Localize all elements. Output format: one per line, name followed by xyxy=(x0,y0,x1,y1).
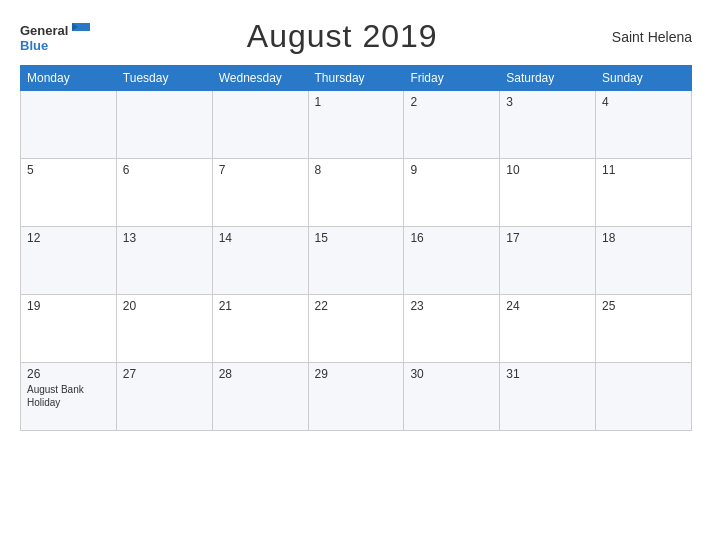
day-number: 27 xyxy=(123,367,206,381)
calendar-cell: 16 xyxy=(404,227,500,295)
calendar-cell: 7 xyxy=(212,159,308,227)
calendar-week-row: 26August Bank Holiday2728293031 xyxy=(21,363,692,431)
header-saturday: Saturday xyxy=(500,66,596,91)
header-row: General Blue August 2019 Saint Helena xyxy=(20,18,692,55)
day-number: 18 xyxy=(602,231,685,245)
calendar-cell: 6 xyxy=(116,159,212,227)
calendar-cell: 5 xyxy=(21,159,117,227)
calendar-cell xyxy=(212,91,308,159)
region-label: Saint Helena xyxy=(592,29,692,45)
day-number: 13 xyxy=(123,231,206,245)
calendar-cell: 13 xyxy=(116,227,212,295)
calendar-week-row: 19202122232425 xyxy=(21,295,692,363)
header-friday: Friday xyxy=(404,66,500,91)
calendar-cell: 3 xyxy=(500,91,596,159)
logo-blue-text: Blue xyxy=(20,39,48,52)
calendar-cell: 20 xyxy=(116,295,212,363)
calendar-cell xyxy=(21,91,117,159)
calendar-cell: 1 xyxy=(308,91,404,159)
day-number: 9 xyxy=(410,163,493,177)
calendar-cell: 9 xyxy=(404,159,500,227)
logo-general-text: General xyxy=(20,24,68,37)
calendar-cell: 24 xyxy=(500,295,596,363)
logo-flag-icon xyxy=(70,21,92,39)
calendar-cell: 8 xyxy=(308,159,404,227)
day-number: 21 xyxy=(219,299,302,313)
header-sunday: Sunday xyxy=(596,66,692,91)
day-number: 2 xyxy=(410,95,493,109)
header-tuesday: Tuesday xyxy=(116,66,212,91)
calendar-cell: 17 xyxy=(500,227,596,295)
calendar-cell: 27 xyxy=(116,363,212,431)
calendar-week-row: 1234 xyxy=(21,91,692,159)
calendar-cell: 21 xyxy=(212,295,308,363)
calendar-cell: 19 xyxy=(21,295,117,363)
day-number: 20 xyxy=(123,299,206,313)
month-title: August 2019 xyxy=(92,18,592,55)
day-number: 19 xyxy=(27,299,110,313)
calendar-cell: 15 xyxy=(308,227,404,295)
day-number: 25 xyxy=(602,299,685,313)
logo: General Blue xyxy=(20,21,92,52)
calendar-cell: 22 xyxy=(308,295,404,363)
day-number: 23 xyxy=(410,299,493,313)
header-wednesday: Wednesday xyxy=(212,66,308,91)
weekday-header-row: Monday Tuesday Wednesday Thursday Friday… xyxy=(21,66,692,91)
header-monday: Monday xyxy=(21,66,117,91)
day-number: 29 xyxy=(315,367,398,381)
day-number: 15 xyxy=(315,231,398,245)
calendar-cell: 18 xyxy=(596,227,692,295)
calendar-week-row: 12131415161718 xyxy=(21,227,692,295)
calendar-cell: 2 xyxy=(404,91,500,159)
day-number: 16 xyxy=(410,231,493,245)
day-number: 6 xyxy=(123,163,206,177)
day-number: 26 xyxy=(27,367,110,381)
day-number: 1 xyxy=(315,95,398,109)
calendar-cell: 11 xyxy=(596,159,692,227)
day-number: 22 xyxy=(315,299,398,313)
calendar-cell: 30 xyxy=(404,363,500,431)
calendar-cell: 31 xyxy=(500,363,596,431)
day-number: 28 xyxy=(219,367,302,381)
calendar-cell xyxy=(596,363,692,431)
calendar-cell: 28 xyxy=(212,363,308,431)
calendar-container: General Blue August 2019 Saint Helena Mo… xyxy=(0,0,712,550)
day-number: 12 xyxy=(27,231,110,245)
day-number: 31 xyxy=(506,367,589,381)
calendar-cell: 4 xyxy=(596,91,692,159)
event-text: August Bank Holiday xyxy=(27,383,110,409)
day-number: 30 xyxy=(410,367,493,381)
day-number: 8 xyxy=(315,163,398,177)
calendar-table: Monday Tuesday Wednesday Thursday Friday… xyxy=(20,65,692,431)
day-number: 17 xyxy=(506,231,589,245)
calendar-cell: 23 xyxy=(404,295,500,363)
calendar-week-row: 567891011 xyxy=(21,159,692,227)
calendar-cell: 26August Bank Holiday xyxy=(21,363,117,431)
calendar-cell: 14 xyxy=(212,227,308,295)
day-number: 7 xyxy=(219,163,302,177)
calendar-cell: 29 xyxy=(308,363,404,431)
calendar-cell: 10 xyxy=(500,159,596,227)
day-number: 4 xyxy=(602,95,685,109)
header-thursday: Thursday xyxy=(308,66,404,91)
calendar-cell: 12 xyxy=(21,227,117,295)
day-number: 24 xyxy=(506,299,589,313)
day-number: 3 xyxy=(506,95,589,109)
day-number: 10 xyxy=(506,163,589,177)
day-number: 11 xyxy=(602,163,685,177)
day-number: 5 xyxy=(27,163,110,177)
calendar-cell: 25 xyxy=(596,295,692,363)
calendar-cell xyxy=(116,91,212,159)
day-number: 14 xyxy=(219,231,302,245)
